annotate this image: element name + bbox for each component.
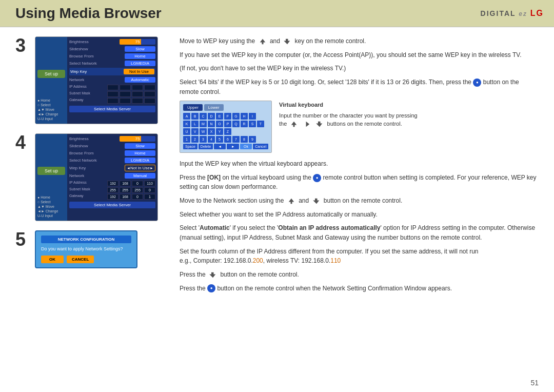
vkb-tab-lower[interactable]: Lower [204,104,224,111]
vkb-tab-upper[interactable]: Upper [183,104,203,111]
select-network-label-4: Select Network [69,158,97,163]
vkb-down-icon [315,120,324,129]
vkb-row-1: A B C D E F G H I [183,113,268,120]
ip-box-3-3 [132,85,143,90]
browse-from-label-3: Browse From [69,54,94,58]
slideshow-value-4: Slow [125,143,155,149]
gw-box-1-3 [107,98,118,104]
subnet-v4-4: 0 [144,187,155,193]
vkb-left-btn[interactable]: ◄ [214,144,226,149]
step-4-number: 4 [15,133,30,152]
step-5-text: Press the button on the remote control. … [180,270,539,293]
page-title: Using Media Browser [15,5,162,22]
vkb-title: Virtual keyboard [279,101,539,109]
ok-circle-icon-3: ● [207,284,215,292]
ip-highlight-200: 200 [253,257,263,264]
step-3-number: 3 [15,36,30,55]
virtual-keyboard-box: Upper Lower A B C D E F G H I [180,101,272,153]
step3-para6: Press the [OK] on the virtual keyboard u… [180,173,539,192]
vkb-left-icon [302,120,311,129]
net-confirm-title: NETWORK CONFIGURATION [41,236,131,243]
step5-para1: Press the button on the remote control. [180,270,539,280]
browse-from-value-3: Home [125,53,155,59]
gw-v3-4: 0 [132,194,143,200]
vkb-cancel-btn[interactable]: Cancel [253,144,268,149]
left-column: 3 Set up ● Home ○ Select ▲▼ Move ◄► Chan… [15,36,164,297]
ip-box-2-3 [120,85,131,90]
step4-para4: Set the fourth column of the IP Address … [180,247,539,266]
step5-down-icon [208,270,217,280]
net-ok-button[interactable]: OK [41,256,64,263]
step-3-main: Brightness 75 Slideshow Slow Browse From… [67,37,157,124]
ip-label-4: IP Address [69,181,87,186]
gw-v2-4: 168 [120,194,131,200]
network-confirmation-box: NETWORK CONFIGURATION Do you want to app… [35,230,137,268]
subnet-label-4: Subnet Mask [69,187,90,193]
select-server-3: Select Media Server [69,106,155,112]
slideshow-label-3: Slideshow [69,47,88,51]
step5-para2: Press the ● button on the remote control… [180,284,539,293]
step3-para4: Select '64 bits' if the WEP key is 5 or … [180,77,539,96]
gw-box-4-3 [144,98,155,104]
brightness-value-4: 75 [120,136,155,142]
wep-key-value-4: ◄ Not In Use ► [125,165,155,171]
setup-button-3: Set up [37,70,65,78]
step-4-sidebar: Set up ● Home ○ Select ▲▼ Move ◄► Change… [35,134,67,221]
step4-para2: Select whether you want to set the IP Ad… [180,210,539,220]
slideshow-label-4: Slideshow [69,144,88,148]
down-arrow-icon [283,37,292,46]
subnet-label-3: Subnet Mask [69,91,90,97]
step3-para2: If you have set the WEP key in the compu… [180,50,539,60]
logo-ez: ez [519,10,527,17]
select-server-4: Select Media Server [69,202,155,208]
subnet-box-3-3 [132,91,143,97]
logo-lg: LG [530,9,544,17]
ip-v1-4: 192 [107,181,118,186]
gateway-label-4: Gateway [69,194,84,200]
vkb-row-2: K L M N O P Q R S T [183,121,268,127]
step-3-screenshot: Set up ● Home ○ Select ▲▼ Move ◄► Change… [35,36,158,124]
net-confirm-buttons: OK CANCEL [41,256,131,263]
brightness-label-4: Brightness [69,136,89,141]
gw-v1-4: 192 [107,194,118,200]
ip-v2-4: 168 [120,181,131,186]
subnet-v1-4: 255 [107,187,118,193]
header: Using Media Browser DIGITAL ez LG [0,0,554,27]
vkb-delete-btn[interactable]: Delete [199,144,213,149]
step-4-screenshot: Set up ● Home ○ Select ▲▼ Move ◄► Change… [35,133,158,221]
select-network-value-4: LGMEDIA [125,158,155,163]
vkb-space-btn[interactable]: Space [183,144,197,149]
select-network-value-3: LGMEDIA [125,61,155,66]
step3-para3: (If not, you don't have to set the WEP k… [180,64,539,73]
browse-from-value-4: Home [125,150,155,156]
vkb-ok-btn[interactable]: Ok [240,144,252,149]
step-4-main: Brightness 75 Slideshow Slow Browse From… [67,134,157,221]
step4-down-icon [312,197,321,206]
brightness-value-3: 75 [120,39,155,45]
step-3-item: 3 Set up ● Home ○ Select ▲▼ Move ◄► Chan… [15,36,164,124]
logo-digital: DIGITAL [481,9,516,17]
ip-section-3: IP Address Subnet Mask [69,85,155,104]
nav-items-3: ● Home ○ Select ▲▼ Move ◄► Change U-U In… [37,99,65,121]
ip-highlight-110: 110 [330,257,341,264]
network-value-4: Manual [125,173,155,179]
step4-up-icon [287,197,296,206]
vkb-right-btn[interactable]: ► [227,144,239,149]
select-network-label-3: Select Network [69,61,97,66]
up-arrow-icon [258,37,267,46]
nav-items-4: ● Home ○ Select ▲▼ Move ◄► Change U-U In… [37,195,65,218]
gw-box-2-3 [120,98,131,104]
ok-circle-icon-1: ● [473,79,481,87]
vkb-keys: A B C D E F G H I K L M N [183,113,268,143]
slideshow-value-3: Slow [125,46,155,52]
logo: DIGITAL ez LG [481,9,544,18]
subnet-v3-4: 255 [132,187,143,193]
gw-box-3-3 [132,98,143,104]
setup-button-4: Set up [37,167,65,175]
ip-v4-4: 110 [144,181,155,186]
step-4-item: 4 Set up ● Home ○ Select ▲▼ Move ◄► Chan… [15,133,164,221]
network-label-3: Network [69,77,84,82]
subnet-box-1-3 [107,91,118,97]
net-cancel-button[interactable]: CANCEL [67,256,94,263]
brightness-label-3: Brightness [69,40,89,44]
